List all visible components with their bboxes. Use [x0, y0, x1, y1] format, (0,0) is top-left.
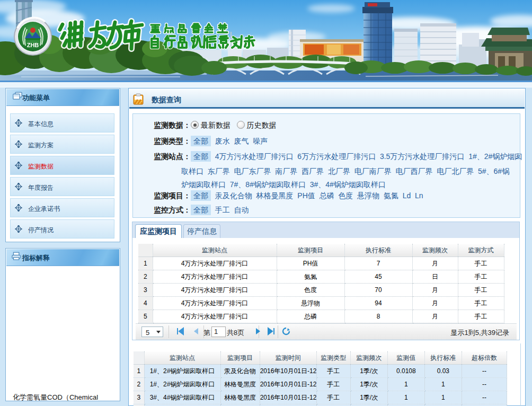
svg-text:ZHB: ZHB: [27, 42, 39, 48]
